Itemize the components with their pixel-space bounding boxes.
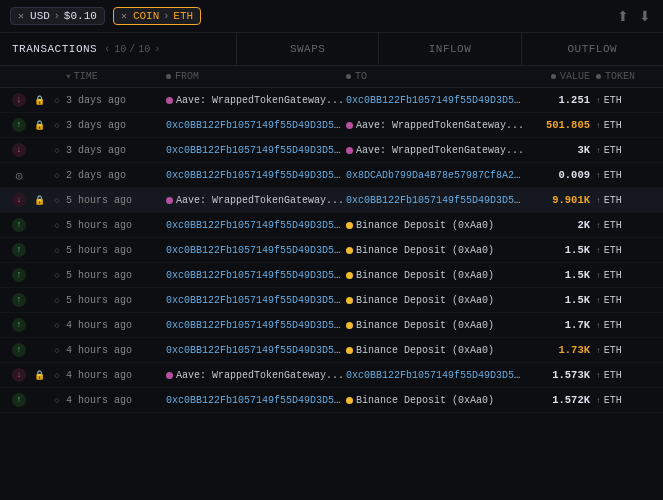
table-row[interactable]: ↑ 🔒 ◇ 3 days ago 0xc0BB122Fb1057149f55D4…: [0, 113, 663, 138]
row-to: 0xc0BB122Fb1057149f55D49D3D5C...: [346, 94, 526, 106]
tx-type-icon: ↑: [12, 268, 26, 282]
row-icon: ↓: [8, 93, 30, 107]
watch-icon: ◇: [54, 95, 59, 106]
token-name: ETH: [604, 220, 622, 231]
row-watch: ◇: [48, 170, 66, 181]
col-usd[interactable]: USD: [651, 71, 663, 82]
token-arrow-icon: ↑: [596, 246, 601, 255]
lock-icon: 🔒: [34, 95, 45, 106]
tab-inflow[interactable]: INFLOW: [379, 33, 521, 65]
tab-swaps[interactable]: SWAPS: [237, 33, 379, 65]
col-token[interactable]: TOKEN: [596, 71, 651, 82]
col-value[interactable]: VALUE: [526, 71, 596, 82]
table-row[interactable]: ↑ ◇ 4 hours ago 0xc0BB122Fb1057149f55D49…: [0, 313, 663, 338]
table-row[interactable]: ↓ 🔒 ◇ 3 days ago Aave: WrappedTokenGatew…: [0, 88, 663, 113]
table-row[interactable]: ↓ 🔒 ◇ 4 hours ago Aave: WrappedTokenGate…: [0, 363, 663, 388]
coin-close-icon[interactable]: ✕: [121, 10, 127, 22]
row-token: ↑ ETH: [596, 220, 651, 231]
row-watch: ◇: [48, 245, 66, 256]
row-lock: 🔒: [30, 95, 48, 106]
table-row[interactable]: ↑ ◇ 4 hours ago 0xc0BB122Fb1057149f55D49…: [0, 338, 663, 363]
top-right-icons: ⬆ ⬇: [615, 6, 653, 26]
table-row[interactable]: ↑ ◇ 5 hours ago 0xc0BB122Fb1057149f55D49…: [0, 213, 663, 238]
row-token: ↑ ETH: [596, 345, 651, 356]
table-row[interactable]: ◎ ◇ 2 days ago 0xc0BB122Fb1057149f55D49D…: [0, 163, 663, 188]
table-row[interactable]: ↑ ◇ 5 hours ago 0xc0BB122Fb1057149f55D49…: [0, 288, 663, 313]
watch-icon: ◇: [54, 320, 59, 331]
prev-page-btn[interactable]: ‹: [103, 44, 111, 55]
row-value: 1.573K: [526, 369, 596, 381]
row-watch: ◇: [48, 370, 66, 381]
row-icon: ↑: [8, 293, 30, 307]
row-time: 2 days ago: [66, 170, 166, 181]
row-from: 0xc0BB122Fb1057149f55D49D3D5C...: [166, 394, 346, 406]
next-page-btn[interactable]: ›: [153, 44, 161, 55]
row-token: ↑ ETH: [596, 270, 651, 281]
row-watch: ◇: [48, 395, 66, 406]
usd-badge-value: $0.10: [64, 10, 97, 22]
filter-value-icon: [551, 74, 556, 79]
row-time: 4 hours ago: [66, 345, 166, 356]
tab-outflow[interactable]: OUTFLOW: [522, 33, 663, 65]
row-token: ↑ ETH: [596, 120, 651, 131]
col-time[interactable]: ▼ TIME: [66, 71, 166, 82]
tx-type-icon: ↑: [12, 243, 26, 257]
row-usd: $25.9M: [651, 195, 663, 206]
row-token: ↑ ETH: [596, 320, 651, 331]
coin-badge[interactable]: ✕ COIN › ETH: [113, 7, 201, 25]
row-from: 0xc0BB122Fb1057149f55D49D3D5C...: [166, 119, 346, 131]
token-arrow-icon: ↑: [596, 346, 601, 355]
col-to-label: TO: [355, 71, 367, 82]
row-lock: 🔒: [30, 120, 48, 131]
row-icon: ↑: [8, 393, 30, 407]
col-token-label: TOKEN: [605, 71, 635, 82]
table-row[interactable]: ↓ ◇ 3 days ago 0xc0BB122Fb1057149f55D49D…: [0, 138, 663, 163]
row-to: Aave: WrappedTokenGateway...: [346, 120, 526, 131]
row-from: Aave: WrappedTokenGateway...: [166, 95, 346, 106]
token-arrow-icon: ↑: [596, 121, 601, 130]
col-from[interactable]: FROM: [166, 71, 346, 82]
col-time-label: TIME: [74, 71, 98, 82]
upload-icon[interactable]: ⬆: [615, 6, 631, 26]
row-lock: 🔒: [30, 370, 48, 381]
filter-from-icon: [166, 74, 171, 79]
filter-to-icon: [346, 74, 351, 79]
row-to: Binance Deposit (0xAa0): [346, 345, 526, 356]
usd-close-icon[interactable]: ✕: [18, 10, 24, 22]
row-token: ↑ ETH: [596, 295, 651, 306]
col-to[interactable]: TO: [346, 71, 526, 82]
row-time: 5 hours ago: [66, 270, 166, 281]
table-row[interactable]: ↑ ◇ 5 hours ago 0xc0BB122Fb1057149f55D49…: [0, 238, 663, 263]
token-name: ETH: [604, 195, 622, 206]
watch-icon: ◇: [54, 120, 59, 131]
table-row[interactable]: ↑ ◇ 4 hours ago 0xc0BB122Fb1057149f55D49…: [0, 388, 663, 413]
tx-type-icon: ↓: [12, 93, 26, 107]
row-from: 0xc0BB122Fb1057149f55D49D3D5C...: [166, 144, 346, 156]
table-row[interactable]: ↓ 🔒 ◇ 5 hours ago Aave: WrappedTokenGate…: [0, 188, 663, 213]
row-icon: ↑: [8, 268, 30, 282]
row-to: Binance Deposit (0xAa0): [346, 320, 526, 331]
usd-badge[interactable]: ✕ USD › $0.10: [10, 7, 105, 25]
tab-transactions[interactable]: TRANSACTIONS ‹ 10 / 10 ›: [0, 33, 237, 65]
col-value-label: VALUE: [560, 71, 590, 82]
row-usd: $4.53M: [651, 345, 663, 356]
token-name: ETH: [604, 120, 622, 131]
tab-transactions-label: TRANSACTIONS: [12, 43, 97, 55]
row-icon: ◎: [8, 168, 30, 182]
table-row[interactable]: ↑ ◇ 5 hours ago 0xc0BB122Fb1057149f55D49…: [0, 263, 663, 288]
page-current: 10: [114, 44, 126, 55]
row-token: ↑ ETH: [596, 145, 651, 156]
tx-type-icon: ↑: [12, 218, 26, 232]
row-token: ↑ ETH: [596, 95, 651, 106]
token-arrow-icon: ↑: [596, 171, 601, 180]
download-icon[interactable]: ⬇: [637, 6, 653, 26]
token-arrow-icon: ↑: [596, 196, 601, 205]
row-watch: ◇: [48, 295, 66, 306]
row-from: Aave: WrappedTokenGateway...: [166, 370, 346, 381]
row-icon: ↑: [8, 218, 30, 232]
row-value: 1.251: [526, 94, 596, 106]
row-from: 0xc0BB122Fb1057149f55D49D3D5C...: [166, 269, 346, 281]
page-control: ‹ 10 / 10 ›: [103, 44, 161, 55]
row-value: 1.5K: [526, 269, 596, 281]
row-icon: ↓: [8, 143, 30, 157]
